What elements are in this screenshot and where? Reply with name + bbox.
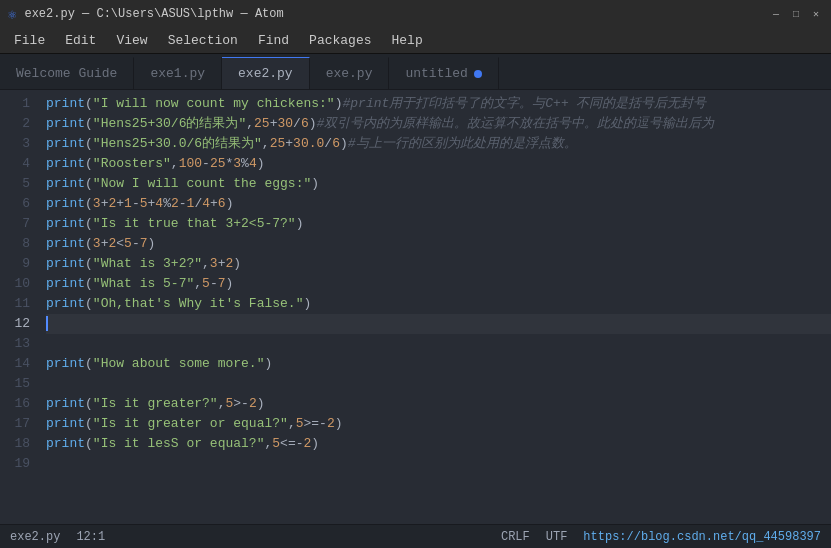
status-lineending[interactable]: CRLF: [501, 530, 530, 544]
line-number: 17: [0, 414, 38, 434]
close-button[interactable]: ✕: [809, 7, 823, 21]
app-icon: ⚛: [8, 6, 16, 23]
window-controls: — □ ✕: [769, 7, 823, 21]
menu-packages[interactable]: Packages: [299, 31, 381, 50]
status-bar: exe2.py 12:1 CRLF UTF https://blog.csdn.…: [0, 524, 831, 548]
status-right: CRLF UTF https://blog.csdn.net/qq_445983…: [501, 530, 821, 544]
minimize-button[interactable]: —: [769, 7, 783, 21]
line-number: 2: [0, 114, 38, 134]
line-number: 12: [0, 314, 38, 334]
line-numbers: 12345678910111213141516171819: [0, 90, 38, 524]
tab-label: Welcome Guide: [16, 66, 117, 81]
status-link[interactable]: https://blog.csdn.net/qq_44598397: [583, 530, 821, 544]
tab-exe[interactable]: exe.py: [310, 57, 390, 89]
tab-exe1[interactable]: exe1.py: [134, 57, 222, 89]
code-line: [46, 374, 831, 394]
tab-bar: Welcome Guide exe1.py exe2.py exe.py unt…: [0, 54, 831, 90]
code-line: print("Oh,that's Why it's False."): [46, 294, 831, 314]
tab-label: untitled: [405, 66, 467, 81]
menu-selection[interactable]: Selection: [158, 31, 248, 50]
line-number: 11: [0, 294, 38, 314]
menu-edit[interactable]: Edit: [55, 31, 106, 50]
menu-find[interactable]: Find: [248, 31, 299, 50]
code-line: print("Roosters",100-25*3%4): [46, 154, 831, 174]
code-line: print("Hens25+30/6的结果为",25+30/6)#双引号内的为原…: [46, 114, 831, 134]
menu-file[interactable]: File: [4, 31, 55, 50]
line-number: 4: [0, 154, 38, 174]
line-number: 14: [0, 354, 38, 374]
tab-label: exe.py: [326, 66, 373, 81]
code-line: [46, 454, 831, 474]
code-line: print("I will now count my chickens:")#p…: [46, 94, 831, 114]
code-line: print("What is 3+2?",3+2): [46, 254, 831, 274]
code-line: print("Now I will count the eggs:"): [46, 174, 831, 194]
line-number: 5: [0, 174, 38, 194]
editor: 12345678910111213141516171819 print("I w…: [0, 90, 831, 524]
code-line: [46, 334, 831, 354]
line-number: 18: [0, 434, 38, 454]
code-line: print("How about some more."): [46, 354, 831, 374]
code-line: print(3+2+1-5+4%2-1/4+6): [46, 194, 831, 214]
status-position: 12:1: [76, 530, 105, 544]
code-area[interactable]: print("I will now count my chickens:")#p…: [38, 90, 831, 524]
menu-view[interactable]: View: [106, 31, 157, 50]
menu-help[interactable]: Help: [382, 31, 433, 50]
line-number: 7: [0, 214, 38, 234]
line-number: 1: [0, 94, 38, 114]
line-number: 8: [0, 234, 38, 254]
line-number: 3: [0, 134, 38, 154]
code-line: print(3+2<5-7): [46, 234, 831, 254]
line-number: 6: [0, 194, 38, 214]
line-number: 13: [0, 334, 38, 354]
tab-exe2[interactable]: exe2.py: [222, 57, 310, 89]
code-line: print("Is it greater or equal?",5>=-2): [46, 414, 831, 434]
code-line: [46, 314, 831, 334]
line-number: 16: [0, 394, 38, 414]
tab-unsaved-dot: [474, 70, 482, 78]
title-bar: ⚛ exe2.py — C:\Users\ASUS\lpthw — Atom —…: [0, 0, 831, 28]
tab-label: exe1.py: [150, 66, 205, 81]
code-line: print("Is it greater?",5>-2): [46, 394, 831, 414]
code-line: print("Is it true that 3+2<5-7?"): [46, 214, 831, 234]
code-line: print("What is 5-7",5-7): [46, 274, 831, 294]
text-cursor: [46, 316, 56, 331]
line-number: 19: [0, 454, 38, 474]
code-line: print("Is it lesS or equal?",5<=-2): [46, 434, 831, 454]
maximize-button[interactable]: □: [789, 7, 803, 21]
tab-welcome-guide[interactable]: Welcome Guide: [0, 57, 134, 89]
line-number: 10: [0, 274, 38, 294]
title-text: exe2.py — C:\Users\ASUS\lpthw — Atom: [24, 7, 761, 21]
tab-untitled[interactable]: untitled: [389, 57, 498, 89]
status-filename: exe2.py: [10, 530, 60, 544]
line-number: 15: [0, 374, 38, 394]
tab-label: exe2.py: [238, 66, 293, 81]
status-encoding[interactable]: UTF: [546, 530, 568, 544]
code-line: print("Hens25+30.0/6的结果为",25+30.0/6)#与上一…: [46, 134, 831, 154]
line-number: 9: [0, 254, 38, 274]
menu-bar: File Edit View Selection Find Packages H…: [0, 28, 831, 54]
